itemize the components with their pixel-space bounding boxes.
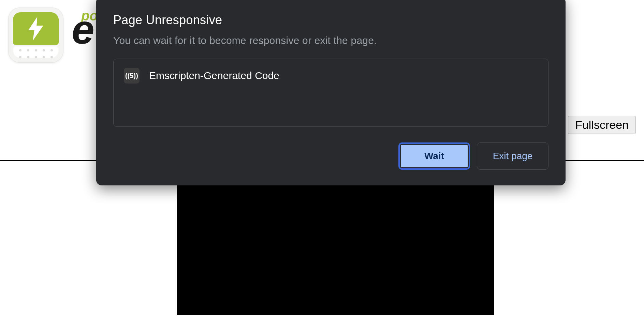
dialog-actions: Wait Exit page (113, 142, 548, 170)
dialog-subtitle: You can wait for it to become responsive… (113, 35, 548, 46)
lightning-icon (27, 17, 45, 41)
emscripten-wordmark: e (72, 9, 94, 50)
emscripten-logo (8, 7, 63, 63)
process-name: Emscripten-Generated Code (149, 70, 279, 81)
logo-dots-row-2 (13, 56, 59, 58)
emscripten-canvas[interactable] (177, 172, 494, 315)
emscripten-logo-bottom (13, 46, 59, 58)
logo-dots-row-1 (13, 49, 59, 51)
page-unresponsive-dialog: Page Unresponsive You can wait for it to… (96, 0, 566, 185)
wait-button[interactable]: Wait (398, 142, 470, 170)
emscripten-logo-top (13, 12, 59, 45)
process-favicon: ((5)) (124, 68, 140, 83)
dialog-title: Page Unresponsive (113, 13, 548, 27)
exit-page-button[interactable]: Exit page (477, 142, 548, 170)
unresponsive-process-list: ((5)) Emscripten-Generated Code (113, 59, 548, 127)
fullscreen-button[interactable]: Fullscreen (568, 116, 636, 134)
process-row: ((5)) Emscripten-Generated Code (124, 68, 538, 83)
broadcast-icon: ((5)) (125, 72, 138, 80)
